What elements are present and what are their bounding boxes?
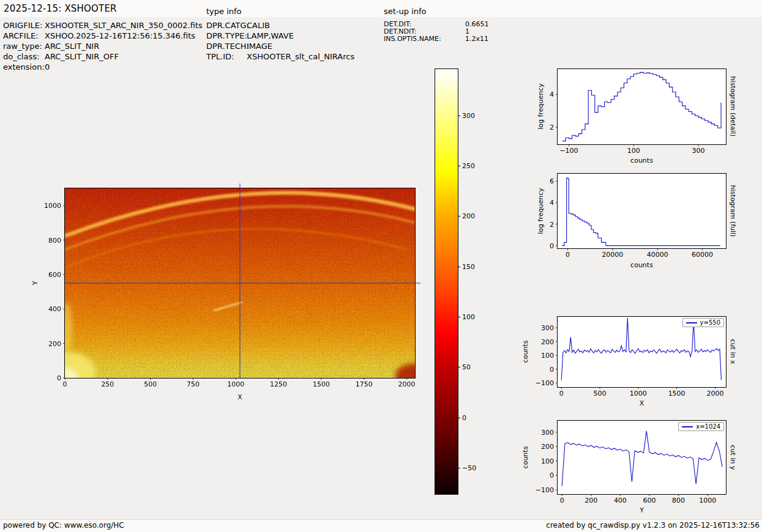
y-tick-label: 300 (541, 324, 554, 332)
cut-y-axes (558, 421, 726, 494)
x-tick-label: 200 (585, 497, 597, 504)
hist-full-axes (558, 174, 726, 248)
cut-x-legend-label: y=550 (700, 319, 720, 326)
legend-line-sample (686, 322, 697, 323)
colorbar-tick (458, 216, 460, 216)
x-tick-label: 600 (643, 497, 656, 504)
x-tick-label: −100 (559, 147, 578, 155)
cut-y-side-label: cut in y (729, 445, 737, 470)
type-info-label: DPR.TYPE: (206, 31, 247, 41)
colorbar-tick-label: 0 (462, 413, 466, 421)
type-info-row: DPR.TECH:IMAGE (206, 41, 354, 51)
x-tick-label: 0 (566, 251, 570, 259)
colorbar-tick-label: 150 (462, 262, 475, 270)
qc-report-page: { "header": { "title": "2025-12-15: XSHO… (0, 0, 762, 532)
hist-detail-x-axis-label: counts (557, 157, 727, 164)
x-tick-label: 1750 (356, 380, 373, 388)
setup-info-title: set-up info (384, 7, 427, 16)
cut-x-side-label: cut in x (729, 339, 737, 364)
histogram-full-plot: 02000040000600000246 (557, 173, 727, 249)
file-info-label: raw_type: (3, 41, 45, 51)
cut-x-x-axis-label: X (557, 399, 727, 407)
colorbar-tick (458, 418, 460, 418)
x-tick-label: 1000 (227, 380, 244, 388)
y-tick-label: 4 (550, 91, 554, 98)
colorbar-tick (458, 468, 460, 468)
type-info-value: XSHOOTER_slt_cal_NIRArcs (247, 52, 354, 61)
file-info-value: XSHOOTER_SLT_ARC_NIR_350_0002.fits (45, 21, 203, 30)
type-info-row: TPL.ID:XSHOOTER_slt_cal_NIRArcs (206, 51, 354, 62)
file-info-row: ORIGFILE:XSHOOTER_SLT_ARC_NIR_350_0002.f… (3, 20, 203, 31)
colorbar-tick (458, 166, 460, 166)
main-plot-x-axis-label: X (64, 393, 416, 401)
main-plot-y-axis-label: Y (31, 281, 39, 286)
x-tick-label: 400 (614, 497, 627, 504)
x-tick-label: 60000 (692, 251, 713, 259)
setup-info-value: 1.2x11 (465, 35, 488, 43)
file-info-label: do_class: (3, 51, 45, 62)
x-tick-label: 0 (63, 380, 67, 388)
x-tick-label: 1500 (313, 380, 330, 388)
type-info-value: CALIB (247, 21, 270, 30)
histogram-detail-plot: −10010030024 (557, 68, 727, 145)
y-tick-label: 0 (57, 374, 61, 382)
file-info-value: XSHOO.2025-12-16T12:56:15.346.fits (45, 31, 195, 40)
colorbar-tick-label: 300 (462, 111, 475, 119)
setup-info-label: INS.OPTI5.NAME: (384, 35, 465, 43)
x-tick-label: 1500 (668, 390, 685, 397)
type-info-row: DPR.CATG:CALIB (206, 20, 354, 31)
y-tick-label: 4 (550, 199, 554, 207)
cut-y-legend: x=1024 (678, 422, 724, 431)
footer-created-by: created by qc_rawdisp.py v1.2.3 on 2025-… (546, 520, 760, 531)
cut-x-y-axis-label: counts (521, 341, 529, 363)
y-tick-label: 200 (541, 443, 554, 451)
cut-in-y-plot: x=1024 02004006008001000−1000100200300 (557, 420, 727, 495)
footer-powered-by: powered by QC: www.eso.org/HC (3, 520, 124, 531)
legend-line-sample (682, 426, 693, 427)
x-tick-label: 0 (559, 390, 564, 397)
setup-info-block: DET.DIT:0.6651 DET.NDIT:1 INS.OPTI5.NAME… (384, 21, 489, 43)
y-tick-label: 300 (541, 428, 554, 436)
file-info-row: do_class:ARC_SLIT_NIR_OFF (3, 51, 203, 62)
colorbar-tick (458, 367, 460, 368)
colorbar-tick (458, 116, 460, 116)
file-info-value: ARC_SLIT_NIR (45, 42, 99, 51)
cut-y-legend-label: x=1024 (696, 423, 720, 430)
cut-x-axes (558, 317, 726, 387)
hist-full-y-axis-label: log frequency (537, 188, 545, 234)
y-tick-label: 1000 (44, 202, 61, 210)
x-tick-label: 250 (101, 380, 114, 388)
type-info-title: type info (206, 7, 242, 16)
y-tick-label: 400 (48, 305, 61, 313)
x-tick-label: 500 (594, 390, 607, 397)
footer: powered by QC: www.eso.org/HC created by… (0, 519, 762, 532)
y-tick-label: 2 (550, 220, 554, 228)
y-tick-label: 100 (541, 457, 554, 465)
colorbar-tick-label: 200 (462, 212, 475, 220)
file-info-row: ARCFILE:XSHOO.2025-12-16T12:56:15.346.fi… (3, 31, 203, 41)
y-tick-label: 2 (550, 123, 554, 131)
type-info-value: IMAGE (247, 42, 272, 51)
x-tick-label: 100 (627, 147, 640, 155)
y-tick-label: 6 (550, 177, 554, 185)
cut-y-y-axis-label: counts (521, 446, 529, 469)
file-info-row: raw_type:ARC_SLIT_NIR (3, 41, 203, 51)
colorbar-gradient (435, 69, 458, 494)
page-title: 2025-12-15: XSHOOTER (4, 3, 117, 14)
y-tick-label: 100 (541, 352, 554, 360)
x-tick-label: 2000 (706, 390, 723, 397)
type-info-label: DPR.CATG: (206, 20, 247, 31)
colorbar-tick-label: −50 (462, 464, 476, 472)
hist-detail-y-axis-label: log frequency (537, 83, 545, 129)
y-tick-label: 0 (550, 365, 554, 373)
type-info-label: TPL.ID: (206, 51, 247, 62)
y-tick-label: 600 (48, 270, 61, 278)
setup-info-row: INS.OPTI5.NAME:1.2x11 (384, 35, 489, 43)
y-tick-label: −100 (536, 379, 554, 387)
x-tick-label: 1000 (630, 390, 647, 397)
y-tick-label: 0 (550, 471, 554, 479)
file-info-value: ARC_SLIT_NIR_OFF (45, 52, 119, 61)
type-info-value: LAMP,WAVE (247, 31, 294, 40)
colorbar: 300250200150100500−50 (435, 68, 458, 495)
colorbar-tick-label: 100 (462, 313, 475, 321)
